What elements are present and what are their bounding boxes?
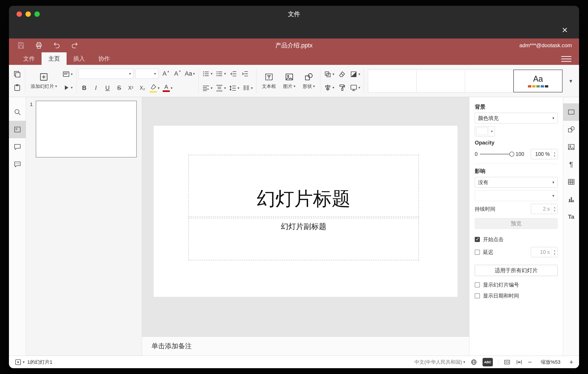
background-color-picker[interactable]: ▾	[475, 126, 495, 136]
language-select[interactable]: 中文(中华人民共和国)▾	[414, 359, 465, 365]
underline-button[interactable]: U	[102, 82, 113, 94]
effect-select[interactable]: 没有▾	[475, 177, 558, 188]
tab-file[interactable]: 文件	[17, 52, 42, 65]
minimize-window-button[interactable]	[25, 11, 31, 17]
line-spacing-button[interactable]: ▾	[228, 82, 241, 94]
theme-option-3[interactable]	[465, 70, 514, 92]
insert-shape-button[interactable]: 形状▾	[299, 66, 318, 96]
search-button[interactable]	[9, 103, 26, 121]
start-on-click-label: 开始点击	[483, 236, 504, 243]
save-button[interactable]	[16, 41, 26, 50]
bold-button[interactable]: B	[79, 82, 90, 94]
delay-input[interactable]: 10 s ▴▾	[531, 247, 558, 257]
zoom-in-button[interactable]: +	[569, 358, 573, 366]
vertical-align-button[interactable]: ▾	[214, 82, 227, 94]
shape-settings-tab[interactable]	[563, 121, 579, 138]
arrange-shapes-button[interactable]: ▾	[323, 68, 336, 80]
slide-thumbnail[interactable]	[36, 101, 137, 157]
start-on-click-checkbox[interactable]	[475, 237, 480, 242]
background-fill-select[interactable]: 颜色填充▾	[475, 113, 558, 123]
copy-style-button[interactable]	[336, 82, 348, 94]
theme-option-2[interactable]	[417, 70, 465, 92]
copy-button[interactable]	[12, 68, 23, 80]
opacity-slider-thumb[interactable]	[509, 152, 514, 157]
subtitle-placeholder[interactable]: 幻灯片副标题	[188, 218, 419, 260]
theme-option-selected[interactable]: Aa	[513, 70, 563, 92]
menu-icon[interactable]	[561, 55, 571, 63]
font-size-select[interactable]: ▾	[135, 69, 158, 79]
superscript-button[interactable]: X²	[125, 82, 136, 94]
theme-option-1[interactable]	[368, 70, 417, 92]
textart-settings-tab[interactable]: Ta	[563, 208, 579, 225]
slide-size-button[interactable]: ▾	[348, 82, 361, 94]
table-settings-tab[interactable]	[563, 173, 579, 191]
highlight-color-button[interactable]: ▾	[148, 82, 161, 94]
undo-button[interactable]	[52, 41, 62, 50]
slide-thumbnails-button[interactable]	[9, 121, 26, 138]
statusbar: ▾ 1的幻灯片1 中文(中华人民共和国)▾ ABC − 缩放%53 +	[9, 356, 579, 368]
align-shapes-button[interactable]: ▾	[323, 82, 336, 94]
print-button[interactable]	[34, 41, 44, 50]
add-slide-button[interactable]: 添加幻灯片▾	[27, 66, 61, 96]
fit-to-slide-button[interactable]	[504, 359, 511, 365]
spell-check-button[interactable]: ABC	[483, 358, 493, 366]
redo-button[interactable]	[70, 41, 80, 50]
italic-button[interactable]: I	[90, 82, 101, 94]
slide-canvas[interactable]: 幻灯片标题 幻灯片副标题	[154, 126, 458, 297]
increase-indent-button[interactable]	[239, 68, 251, 80]
tab-home[interactable]: 主页	[42, 52, 67, 65]
comments-button[interactable]	[9, 138, 26, 156]
image-settings-tab[interactable]	[563, 138, 579, 156]
chat-button[interactable]	[9, 156, 26, 173]
apply-to-all-slides-button[interactable]: 适用于所有幻灯片	[475, 265, 558, 276]
fit-to-width-button[interactable]	[516, 359, 523, 365]
opacity-input[interactable]: 100 % ▴▾	[531, 149, 558, 159]
effect-option-select[interactable]: ▾	[475, 190, 558, 201]
spinner[interactable]: ▴▾	[552, 247, 557, 257]
change-case-button[interactable]: Aa▾	[183, 68, 196, 80]
opacity-slider[interactable]	[480, 154, 513, 154]
notes-area[interactable]: 单击添加备注	[142, 336, 469, 356]
subscript-button[interactable]: X₂	[137, 82, 148, 94]
dialog-header: ×	[9, 22, 579, 38]
slide-settings-tab[interactable]	[563, 103, 579, 121]
numbering-button[interactable]: ▾	[214, 68, 227, 80]
theme-gallery-expand-button[interactable]: ▾	[565, 69, 577, 93]
bullets-button[interactable]: ▾	[201, 68, 214, 80]
fullscreen-window-button[interactable]	[34, 11, 40, 17]
show-slide-number-checkbox[interactable]	[475, 282, 480, 287]
delay-checkbox[interactable]	[475, 250, 480, 255]
decrease-indent-button[interactable]	[228, 68, 239, 80]
shape-fill-button[interactable]: ▾	[348, 68, 361, 80]
zoom-out-button[interactable]: −	[528, 358, 532, 366]
chart-settings-tab[interactable]	[563, 191, 579, 208]
paragraph-settings-tab[interactable]: ¶	[563, 156, 579, 173]
increase-font-size-button[interactable]: A▴	[160, 68, 171, 80]
change-layout-button[interactable]: ▾	[61, 68, 74, 80]
decrease-font-size-button[interactable]: A▾	[172, 68, 183, 80]
columns-button[interactable]: ▾	[241, 82, 254, 94]
title-placeholder[interactable]: 幻灯片标题	[188, 155, 419, 217]
insert-textbox-button[interactable]: 文本框	[258, 66, 280, 96]
set-language-button[interactable]	[471, 359, 477, 365]
strikeout-button[interactable]: S	[114, 82, 125, 94]
tab-collaboration[interactable]: 协作	[92, 52, 117, 65]
chevron-down-icon: ▾	[224, 72, 226, 76]
tab-insert[interactable]: 插入	[67, 52, 92, 65]
show-date-time-checkbox[interactable]	[475, 293, 480, 298]
duration-input[interactable]: 2 s ▴▾	[531, 204, 558, 214]
close-icon[interactable]: ×	[558, 24, 571, 36]
insert-image-button[interactable]: 图片▾	[280, 66, 299, 96]
editor-header-top: 产品介绍.pptx adm***@dootask.com	[9, 38, 579, 52]
clear-style-button[interactable]	[336, 68, 348, 80]
paste-button[interactable]	[12, 82, 23, 94]
spinner[interactable]: ▴▾	[552, 149, 557, 159]
start-slideshow-button[interactable]: ▾	[61, 82, 74, 94]
horizontal-align-button[interactable]: ▾	[201, 82, 214, 94]
font-name-select[interactable]: ▾	[79, 69, 133, 79]
preview-button[interactable]: 预览	[475, 218, 558, 229]
statusbar-start-slideshow-button[interactable]: ▾	[15, 359, 25, 365]
font-color-button[interactable]: A ▾	[161, 82, 174, 94]
spinner[interactable]: ▴▾	[552, 204, 557, 214]
close-window-button[interactable]	[17, 11, 22, 17]
